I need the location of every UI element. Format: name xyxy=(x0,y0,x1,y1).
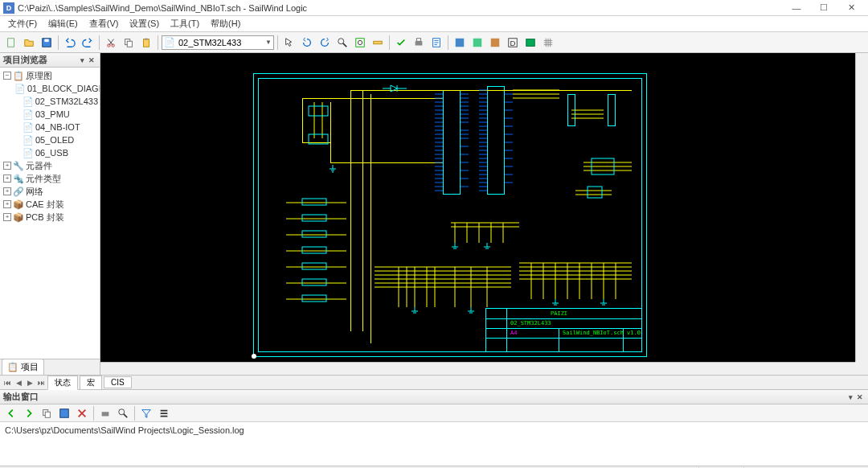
schematic-icon: 📋 xyxy=(13,71,24,80)
decal-icon: 📦 xyxy=(13,199,24,209)
out-back-button[interactable] xyxy=(3,405,19,421)
menu-setup[interactable]: 设置(S) xyxy=(125,16,164,31)
out-find-button[interactable] xyxy=(115,405,131,421)
menu-edit[interactable]: 编辑(E) xyxy=(43,16,83,31)
redo-button[interactable] xyxy=(80,35,96,51)
pane-dropdown-icon[interactable]: ▾ xyxy=(845,392,855,402)
horizontal-scrollbar[interactable] xyxy=(100,362,855,375)
pane-dropdown-icon[interactable]: ▾ xyxy=(77,55,87,65)
svg-rect-193 xyxy=(45,412,50,417)
tab-first-icon[interactable]: ⏮ xyxy=(2,377,13,388)
tab-project[interactable]: 📋 项目 xyxy=(2,359,44,375)
close-button[interactable]: ✕ xyxy=(837,1,865,15)
tree-sheet-02[interactable]: 📄02_STM32L433 xyxy=(2,95,98,108)
tab-prev-icon[interactable]: ◀ xyxy=(13,377,24,388)
tree-pcb-decal[interactable]: +📦PCB 封装 xyxy=(2,211,98,224)
layer-2-button[interactable] xyxy=(469,35,485,51)
expand-icon[interactable]: + xyxy=(3,200,11,208)
zoom-button[interactable] xyxy=(334,35,350,51)
pane-close-icon[interactable]: ✕ xyxy=(855,392,865,402)
decal-icon: 📦 xyxy=(13,212,24,222)
print-button[interactable] xyxy=(411,35,427,51)
expand-icon[interactable]: + xyxy=(3,162,11,170)
tab-macro[interactable]: 宏 xyxy=(80,376,102,390)
tab-cis[interactable]: CIS xyxy=(104,376,132,388)
grid-button[interactable] xyxy=(540,35,556,51)
out-filter-button[interactable] xyxy=(138,405,154,421)
check-button[interactable] xyxy=(393,35,409,51)
maximize-button[interactable]: ☐ xyxy=(810,1,837,15)
ruler-button[interactable] xyxy=(370,35,386,51)
tab-next-icon[interactable]: ▶ xyxy=(24,377,35,388)
tab-status[interactable]: 状态 xyxy=(47,376,78,390)
save-button[interactable] xyxy=(39,35,55,51)
tab-last-icon[interactable]: ⏭ xyxy=(35,377,47,388)
menu-tools[interactable]: 工具(T) xyxy=(166,16,204,31)
vertical-scrollbar[interactable] xyxy=(855,53,868,362)
tree-sheet-06[interactable]: 📄06_USB xyxy=(2,146,98,159)
svg-rect-10 xyxy=(356,38,365,47)
svg-text:D: D xyxy=(510,38,516,47)
tree-root-schematic[interactable]: − 📋 原理图 xyxy=(2,69,98,82)
titleblock-sheet: 02_STM32L433 xyxy=(510,320,551,326)
svg-rect-163 xyxy=(302,279,326,285)
undo-button[interactable] xyxy=(62,35,78,51)
sheet-combo[interactable]: 📄 02_STM32L433 ▼ xyxy=(162,35,274,50)
expand-icon[interactable]: + xyxy=(3,187,11,195)
svg-rect-2 xyxy=(44,39,48,42)
cut-button[interactable] xyxy=(103,35,119,51)
new-button[interactable] xyxy=(3,35,19,51)
schematic-frame: PAIZI 02_STM32L433 A4 SailWind_NBIoT.sch… xyxy=(253,73,647,357)
tree-nets[interactable]: +🔗网络 xyxy=(2,185,98,198)
menu-file[interactable]: 文件(F) xyxy=(3,16,42,31)
out-clear-button[interactable] xyxy=(74,405,90,421)
report-button[interactable] xyxy=(428,35,444,51)
svg-rect-13 xyxy=(416,41,423,45)
minimize-button[interactable]: — xyxy=(783,1,810,15)
output-toolbar xyxy=(0,404,868,422)
titleblock-size: A4 xyxy=(510,330,517,336)
svg-point-9 xyxy=(338,38,344,43)
tree-cae-decal[interactable]: +📦CAE 封装 xyxy=(2,198,98,211)
out-list-button[interactable] xyxy=(156,405,172,421)
menu-help[interactable]: 帮助(H) xyxy=(206,16,245,31)
expand-icon[interactable]: + xyxy=(3,174,11,183)
layer-1-button[interactable] xyxy=(452,35,468,51)
pane-close-icon[interactable]: ✕ xyxy=(87,55,96,65)
output-content[interactable]: C:\Users\pz\Documents\SailWind Projects\… xyxy=(0,422,868,466)
schematic-canvas[interactable]: PAIZI 02_STM32L433 A4 SailWind_NBIoT.sch… xyxy=(100,53,868,375)
board-button[interactable] xyxy=(522,35,538,51)
out-print-button[interactable] xyxy=(97,405,113,421)
main-area: 项目浏览器 ▾ ✕ − 📋 原理图 📄01_BLOCK_DIAGRAM 📄02_… xyxy=(0,53,868,375)
rotate-right-button[interactable] xyxy=(317,35,333,51)
open-button[interactable] xyxy=(21,35,37,51)
drc-button[interactable]: D xyxy=(505,35,521,51)
tree-sheet-04[interactable]: 📄04_NB-IOT xyxy=(2,121,98,133)
sheet-icon: 📄 xyxy=(23,148,34,158)
pointer-button[interactable] xyxy=(281,35,297,51)
titleblock-company: PAIZI xyxy=(551,310,567,317)
tree-comp-types[interactable]: +🔩元件类型 xyxy=(2,172,98,185)
tree-sheet-01[interactable]: 📄01_BLOCK_DIAGRAM xyxy=(2,82,98,95)
out-save-button[interactable] xyxy=(56,405,72,421)
layer-3-button[interactable] xyxy=(487,35,503,51)
tree-sheet-03[interactable]: 📄03_PMU xyxy=(2,108,98,121)
out-copy-button[interactable] xyxy=(39,405,55,421)
sheet-icon: 📄 xyxy=(23,96,34,106)
svg-rect-6 xyxy=(127,41,132,47)
collapse-icon[interactable]: − xyxy=(3,72,11,80)
project-tree[interactable]: − 📋 原理图 📄01_BLOCK_DIAGRAM 📄02_STM32L433 … xyxy=(0,68,100,359)
tree-sheet-05[interactable]: 📄05_OLED xyxy=(2,133,98,146)
out-forward-button[interactable] xyxy=(21,405,37,421)
svg-rect-8 xyxy=(145,38,148,39)
sheet-icon: 📄 xyxy=(14,84,26,93)
paste-button[interactable] xyxy=(138,35,154,51)
svg-rect-162 xyxy=(302,263,326,269)
copy-button[interactable] xyxy=(121,35,137,51)
expand-icon[interactable]: + xyxy=(3,213,11,221)
tree-components[interactable]: +🔧元器件 xyxy=(2,159,98,172)
zoom-fit-button[interactable] xyxy=(352,35,368,51)
bottom-tabs: ⏮ ◀ ▶ ⏭ 状态 宏 CIS xyxy=(0,375,868,389)
menu-view[interactable]: 查看(V) xyxy=(84,16,124,31)
rotate-left-button[interactable] xyxy=(299,35,315,51)
